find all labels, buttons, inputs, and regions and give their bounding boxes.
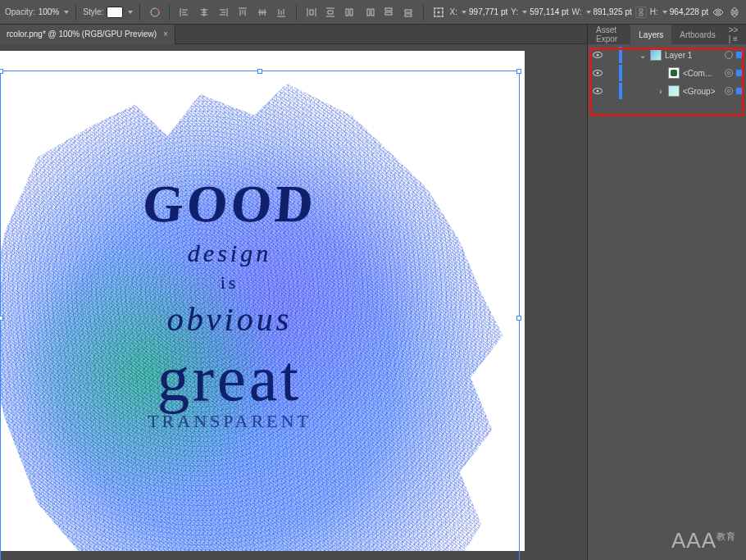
handle-w[interactable] bbox=[0, 316, 3, 321]
y-value[interactable]: 597,114 pt bbox=[530, 7, 568, 16]
separator bbox=[139, 4, 140, 20]
close-icon[interactable]: × bbox=[163, 30, 168, 39]
canvas-area[interactable]: GOOD design is obvious great TRANSPARENT bbox=[0, 44, 587, 560]
tab-layers[interactable]: Layers bbox=[630, 25, 671, 44]
distribute-v-icon[interactable] bbox=[323, 4, 339, 20]
document-tab[interactable]: rcolor.png* @ 100% (RGB/GPU Preview) × bbox=[0, 25, 175, 44]
layers-list: ⌄ Layer 1 <Com... › <Group> bbox=[588, 44, 746, 102]
selection-bounding-box[interactable] bbox=[0, 71, 520, 560]
tab-asset-export[interactable]: Asset Expor bbox=[588, 25, 630, 44]
align-vcenter-icon[interactable] bbox=[254, 4, 271, 20]
artboard[interactable]: GOOD design is obvious great TRANSPARENT bbox=[0, 51, 525, 551]
layer-color-strip bbox=[619, 47, 622, 63]
handle-e[interactable] bbox=[516, 316, 521, 321]
handle-nw[interactable] bbox=[0, 69, 3, 74]
svg-point-0 bbox=[151, 8, 159, 16]
expander-icon[interactable]: › bbox=[657, 87, 665, 96]
layer-name[interactable]: <Group> bbox=[683, 87, 721, 96]
svg-rect-8 bbox=[405, 14, 412, 16]
flip-h-icon[interactable] bbox=[712, 7, 725, 18]
visibility-icon[interactable] bbox=[593, 88, 603, 94]
recolor-icon[interactable] bbox=[147, 4, 163, 20]
layer-color-strip bbox=[619, 83, 622, 99]
svg-rect-3 bbox=[367, 9, 370, 16]
layer-thumb bbox=[668, 67, 680, 79]
layer-thumb bbox=[668, 85, 680, 97]
x-value[interactable]: 997,771 pt bbox=[469, 7, 507, 16]
svg-rect-7 bbox=[405, 10, 412, 12]
align-bottom-icon[interactable] bbox=[273, 4, 289, 20]
layer-row[interactable]: › <Group> bbox=[588, 82, 746, 100]
layer-color-strip bbox=[619, 65, 622, 81]
y-label: Y: bbox=[511, 7, 518, 16]
align-right-icon[interactable] bbox=[216, 4, 232, 20]
distribute-top-icon[interactable] bbox=[380, 4, 397, 20]
opacity-value[interactable]: 100% bbox=[39, 7, 60, 16]
chevron-down-icon[interactable] bbox=[64, 11, 69, 14]
distribute-right-icon[interactable] bbox=[362, 4, 378, 20]
svg-rect-1 bbox=[346, 9, 348, 16]
right-panel: Asset Expor Layers Artboards >> | ≡ ⌄ La… bbox=[587, 25, 746, 560]
svg-rect-6 bbox=[385, 12, 392, 15]
svg-rect-5 bbox=[385, 8, 392, 11]
chevron-down-icon[interactable] bbox=[586, 11, 591, 14]
svg-point-18 bbox=[442, 16, 444, 17]
tab-artboards[interactable]: Artboards bbox=[671, 25, 723, 44]
align-left-icon[interactable] bbox=[176, 4, 193, 20]
expander-icon[interactable]: ⌄ bbox=[639, 51, 647, 60]
separator bbox=[423, 4, 424, 20]
visibility-icon[interactable] bbox=[593, 70, 603, 76]
align-hcenter-icon[interactable] bbox=[196, 4, 212, 20]
align-top-icon[interactable] bbox=[234, 4, 251, 20]
selection-indicator[interactable] bbox=[736, 52, 743, 58]
w-value[interactable]: 891,925 pt bbox=[594, 7, 632, 16]
distribute-h-icon[interactable] bbox=[303, 4, 320, 20]
svg-point-17 bbox=[438, 16, 439, 17]
separator bbox=[169, 4, 170, 20]
panel-menu-icon[interactable]: >> | ≡ bbox=[724, 25, 746, 44]
svg-rect-2 bbox=[350, 9, 353, 16]
chevron-down-icon[interactable] bbox=[462, 11, 466, 14]
flip-v-icon[interactable] bbox=[728, 7, 741, 18]
svg-point-13 bbox=[434, 11, 435, 13]
target-icon[interactable] bbox=[725, 87, 733, 95]
options-bar: Opacity: 100% Style: X:997,771 pt Y:597,… bbox=[0, 0, 746, 25]
transform-group: X:997,771 pt Y:597,114 pt W:891,925 pt H… bbox=[430, 4, 741, 20]
svg-point-10 bbox=[434, 7, 435, 9]
svg-rect-4 bbox=[371, 9, 374, 16]
separator bbox=[296, 4, 297, 20]
svg-point-12 bbox=[442, 7, 444, 9]
selection-indicator[interactable] bbox=[736, 88, 743, 94]
layer-row[interactable]: <Com... bbox=[588, 64, 746, 82]
layer-name[interactable]: Layer 1 bbox=[665, 51, 721, 60]
target-icon[interactable] bbox=[725, 51, 733, 59]
target-icon[interactable] bbox=[725, 69, 733, 77]
chevron-down-icon[interactable] bbox=[522, 11, 527, 14]
style-label: Style: bbox=[83, 7, 103, 16]
selection-indicator[interactable] bbox=[736, 70, 743, 76]
reference-point-icon[interactable] bbox=[430, 4, 447, 20]
svg-point-14 bbox=[437, 11, 439, 13]
visibility-icon[interactable] bbox=[593, 52, 603, 58]
layer-thumb bbox=[650, 49, 662, 61]
style-swatch[interactable] bbox=[107, 7, 123, 18]
document-tab-title: rcolor.png* @ 100% (RGB/GPU Preview) bbox=[7, 30, 157, 39]
distribute-left-icon[interactable] bbox=[342, 4, 358, 20]
x-label: X: bbox=[450, 7, 457, 16]
handle-ne[interactable] bbox=[516, 69, 521, 74]
layer-row[interactable]: ⌄ Layer 1 bbox=[588, 46, 746, 64]
chevron-down-icon[interactable] bbox=[128, 11, 133, 14]
h-label: H: bbox=[650, 7, 658, 16]
link-wh-icon[interactable] bbox=[635, 7, 647, 18]
layer-name[interactable]: <Com... bbox=[683, 69, 721, 78]
h-value[interactable]: 964,228 pt bbox=[670, 7, 708, 16]
separator bbox=[75, 4, 76, 20]
svg-point-15 bbox=[442, 11, 444, 13]
svg-point-16 bbox=[434, 16, 435, 17]
handle-n[interactable] bbox=[257, 69, 262, 74]
distribute-bottom-icon[interactable] bbox=[400, 4, 416, 20]
chevron-down-icon[interactable] bbox=[662, 11, 667, 14]
svg-point-11 bbox=[438, 7, 439, 9]
svg-rect-9 bbox=[434, 8, 443, 16]
opacity-label: Opacity: bbox=[5, 7, 35, 16]
